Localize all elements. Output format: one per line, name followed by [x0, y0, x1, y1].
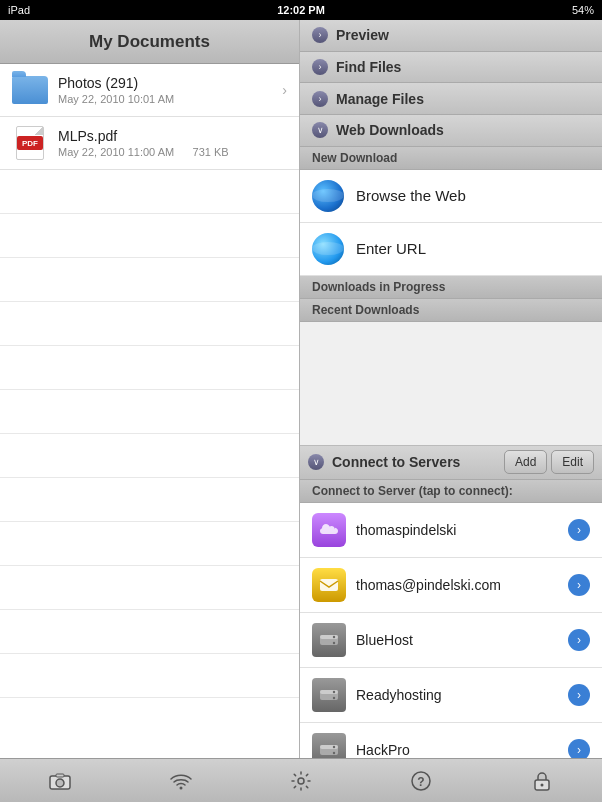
edit-servers-button[interactable]: Edit [551, 450, 594, 474]
section-find-files[interactable]: › Find Files [300, 52, 602, 84]
svg-point-16 [179, 786, 182, 789]
file-info: MLPs.pdf May 22, 2010 11:00 AM 731 KB [58, 128, 287, 158]
pdf-badge: PDF [17, 136, 43, 150]
empty-row [0, 654, 299, 698]
server-item-email[interactable]: thomas@pindelski.com › [300, 558, 602, 613]
folder-icon-container [12, 72, 48, 108]
section-title: Find Files [336, 59, 401, 75]
svg-point-3 [333, 636, 335, 638]
svg-text:?: ? [418, 775, 425, 789]
pdf-icon: PDF [16, 126, 44, 160]
chevron-down-icon: ∨ [312, 122, 328, 138]
svg-point-8 [333, 697, 335, 699]
wifi-button[interactable] [159, 763, 203, 799]
chevron-right-icon: › [312, 59, 328, 75]
browse-web-item[interactable]: Browse the Web [300, 170, 602, 223]
empty-row [0, 566, 299, 610]
globe-icon [312, 180, 344, 212]
empty-row [0, 346, 299, 390]
bottom-toolbar: ? [0, 758, 602, 802]
browse-web-label: Browse the Web [356, 187, 466, 204]
file-name: Photos (291) [58, 75, 282, 91]
file-size: 731 KB [193, 146, 229, 158]
help-button[interactable]: ? [399, 763, 443, 799]
section-web-downloads[interactable]: ∨ Web Downloads [300, 115, 602, 147]
svg-point-4 [333, 642, 335, 644]
empty-section [300, 322, 602, 445]
connect-title-area: ∨ Connect to Servers [308, 454, 504, 470]
chevron-right-icon: › [312, 91, 328, 107]
empty-row [0, 610, 299, 654]
settings-button[interactable] [279, 763, 323, 799]
empty-row [0, 390, 299, 434]
left-panel-title: My Documents [89, 32, 210, 52]
status-battery: 54% [572, 4, 594, 16]
section-preview[interactable]: › Preview [300, 20, 602, 52]
svg-rect-15 [56, 774, 64, 777]
add-server-button[interactable]: Add [504, 450, 547, 474]
svg-rect-0 [320, 579, 338, 591]
file-info: Photos (291) May 22, 2010 10:01 AM [58, 75, 282, 105]
camera-button[interactable] [38, 763, 82, 799]
recent-downloads-header: Recent Downloads [300, 299, 602, 322]
empty-row [0, 214, 299, 258]
status-bar: iPad 12:02 PM 54% [0, 0, 602, 20]
svg-point-17 [298, 778, 304, 784]
detail-arrow-icon: › [568, 629, 590, 651]
enter-url-item[interactable]: Enter URL [300, 223, 602, 276]
section-manage-files[interactable]: › Manage Files [300, 83, 602, 115]
empty-row [0, 434, 299, 478]
chevron-right-icon: › [282, 82, 287, 98]
downloads-in-progress-header: Downloads in Progress [300, 276, 602, 299]
section-title: Manage Files [336, 91, 424, 107]
lock-button[interactable] [520, 763, 564, 799]
chevron-right-icon: › [312, 27, 328, 43]
connect-title: Connect to Servers [332, 454, 460, 470]
enter-url-label: Enter URL [356, 240, 426, 257]
connect-buttons: Add Edit [504, 450, 594, 474]
svg-point-12 [333, 752, 335, 754]
server-name: thomas@pindelski.com [356, 577, 568, 593]
folder-icon [12, 76, 48, 104]
empty-row [0, 170, 299, 214]
server-item-readyhosting[interactable]: Readyhosting › [300, 668, 602, 723]
connect-to-servers-header[interactable]: ∨ Connect to Servers Add Edit [300, 445, 602, 480]
detail-arrow-icon: › [568, 684, 590, 706]
globe-icon [312, 233, 344, 265]
file-meta: May 22, 2010 11:00 AM 731 KB [58, 146, 287, 158]
section-title: Preview [336, 27, 389, 43]
new-download-header: New Download [300, 147, 602, 170]
email-server-icon [312, 568, 346, 602]
empty-row [0, 522, 299, 566]
server-item-bluehost[interactable]: BlueHost › [300, 613, 602, 668]
list-item[interactable]: PDF MLPs.pdf May 22, 2010 11:00 AM 731 K… [0, 117, 299, 170]
svg-rect-2 [320, 635, 338, 639]
section-title: Web Downloads [336, 122, 444, 138]
svg-point-14 [56, 779, 64, 787]
right-panel: › Preview › Find Files › Manage Files ∨ … [300, 20, 602, 802]
server-name: HackPro [356, 742, 568, 758]
file-list: Photos (291) May 22, 2010 10:01 AM › PDF… [0, 64, 299, 802]
left-panel: My Documents Photos (291) May 22, 2010 1… [0, 20, 300, 802]
status-time: 12:02 PM [277, 4, 325, 16]
server-name: thomaspindelski [356, 522, 568, 538]
list-item[interactable]: Photos (291) May 22, 2010 10:01 AM › [0, 64, 299, 117]
file-count: (291) [105, 75, 138, 91]
main-container: My Documents Photos (291) May 22, 2010 1… [0, 20, 602, 802]
empty-row [0, 478, 299, 522]
detail-arrow-icon: › [568, 519, 590, 541]
disk-server-icon [312, 623, 346, 657]
server-item-thomaspindelski[interactable]: thomaspindelski › [300, 503, 602, 558]
empty-row [0, 302, 299, 346]
svg-point-7 [333, 691, 335, 693]
pdf-icon-container: PDF [12, 125, 48, 161]
empty-row [0, 258, 299, 302]
connect-server-subheader: Connect to Server (tap to connect): [300, 480, 602, 503]
svg-point-21 [540, 783, 543, 786]
server-name: BlueHost [356, 632, 568, 648]
chevron-down-icon: ∨ [308, 454, 324, 470]
detail-arrow-icon: › [568, 574, 590, 596]
svg-point-11 [333, 746, 335, 748]
empty-rows [0, 170, 299, 698]
file-meta: May 22, 2010 10:01 AM [58, 93, 282, 105]
